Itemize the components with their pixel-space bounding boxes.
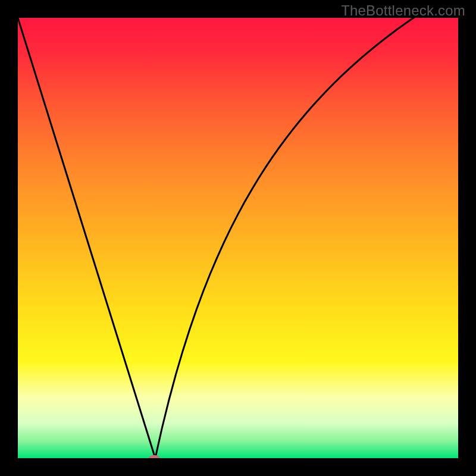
- gradient-background: [18, 18, 458, 458]
- plot-area: [18, 18, 458, 458]
- watermark-text: TheBottleneck.com: [341, 2, 465, 19]
- chart-frame: TheBottleneck.com: [0, 0, 476, 476]
- plot-svg: [18, 18, 458, 458]
